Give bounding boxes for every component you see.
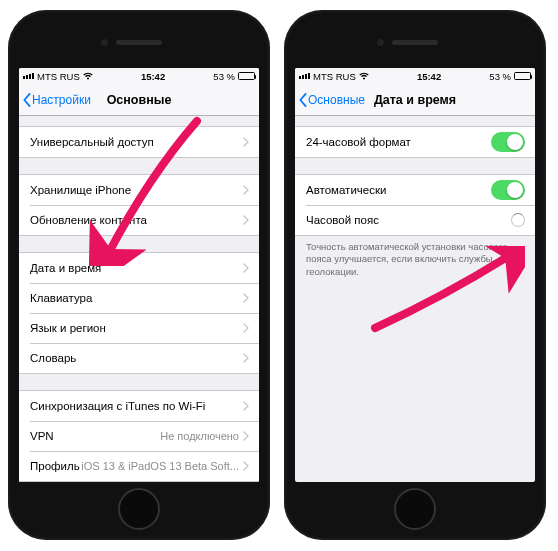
- chevron-right-icon: [243, 215, 249, 225]
- row-dictionary[interactable]: Словарь: [19, 343, 259, 373]
- status-bar: MTS RUS 15:42 53 %: [19, 68, 259, 84]
- signal-icon: [23, 73, 34, 79]
- profile-value: iOS 13 & iPadOS 13 Beta Soft...: [81, 460, 239, 472]
- row-timezone[interactable]: Часовой пояс: [295, 205, 535, 235]
- back-button[interactable]: Основные: [295, 93, 365, 107]
- phone-mockup-right: MTS RUS 15:42 53 % Основные Дата и время…: [284, 10, 546, 540]
- clock-label: 15:42: [369, 71, 490, 82]
- chevron-right-icon: [243, 263, 249, 273]
- battery-percent: 53 %: [213, 71, 235, 82]
- nav-bar: Основные Дата и время: [295, 84, 535, 116]
- chevron-right-icon: [243, 431, 249, 441]
- row-itunes-wifi-sync[interactable]: Синхронизация с iTunes по Wi-Fi: [19, 391, 259, 421]
- vpn-value: Не подключено: [160, 430, 239, 442]
- row-date-time[interactable]: Дата и время: [19, 253, 259, 283]
- wifi-icon: [83, 71, 93, 82]
- row-language-region[interactable]: Язык и регион: [19, 313, 259, 343]
- phone-speaker: [116, 40, 162, 45]
- battery-icon: [514, 72, 531, 80]
- clock-label: 15:42: [93, 71, 214, 82]
- screen-left: MTS RUS 15:42 53 % Настройки Основные Ун…: [19, 68, 259, 482]
- row-iphone-storage[interactable]: Хранилище iPhone: [19, 175, 259, 205]
- screen-right: MTS RUS 15:42 53 % Основные Дата и время…: [295, 68, 535, 482]
- chevron-left-icon: [298, 93, 308, 107]
- carrier-label: MTS RUS: [37, 71, 80, 82]
- phone-speaker: [392, 40, 438, 45]
- back-label: Основные: [308, 93, 365, 107]
- row-automatic: Автоматически: [295, 175, 535, 205]
- back-button[interactable]: Настройки: [19, 93, 91, 107]
- status-bar: MTS RUS 15:42 53 %: [295, 68, 535, 84]
- chevron-right-icon: [243, 461, 249, 471]
- battery-icon: [238, 72, 255, 80]
- loading-spinner-icon: [511, 213, 525, 227]
- footer-note: Точность автоматической установки часово…: [295, 236, 535, 283]
- toggle-24hour[interactable]: [491, 132, 525, 152]
- back-label: Настройки: [32, 93, 91, 107]
- phone-camera: [101, 39, 108, 46]
- row-24hour: 24-часовой формат: [295, 127, 535, 157]
- settings-list: Универсальный доступ Хранилище iPhone Об…: [19, 116, 259, 482]
- wifi-icon: [359, 71, 369, 82]
- phone-mockup-left: MTS RUS 15:42 53 % Настройки Основные Ун…: [8, 10, 270, 540]
- chevron-right-icon: [243, 185, 249, 195]
- chevron-right-icon: [243, 353, 249, 363]
- chevron-right-icon: [243, 401, 249, 411]
- home-button[interactable]: [394, 488, 436, 530]
- carrier-label: MTS RUS: [313, 71, 356, 82]
- chevron-right-icon: [243, 137, 249, 147]
- chevron-right-icon: [243, 323, 249, 333]
- row-keyboard[interactable]: Клавиатура: [19, 283, 259, 313]
- row-accessibility[interactable]: Универсальный доступ: [19, 127, 259, 157]
- row-vpn[interactable]: VPN Не подключено: [19, 421, 259, 451]
- signal-icon: [299, 73, 310, 79]
- battery-percent: 53 %: [489, 71, 511, 82]
- nav-bar: Настройки Основные: [19, 84, 259, 116]
- home-button[interactable]: [118, 488, 160, 530]
- date-time-list: 24-часовой формат Автоматически Часовой …: [295, 116, 535, 482]
- chevron-left-icon: [22, 93, 32, 107]
- phone-camera: [377, 39, 384, 46]
- chevron-right-icon: [243, 293, 249, 303]
- row-background-refresh[interactable]: Обновление контента: [19, 205, 259, 235]
- toggle-automatic[interactable]: [491, 180, 525, 200]
- row-profile[interactable]: Профиль iOS 13 & iPadOS 13 Beta Soft...: [19, 451, 259, 481]
